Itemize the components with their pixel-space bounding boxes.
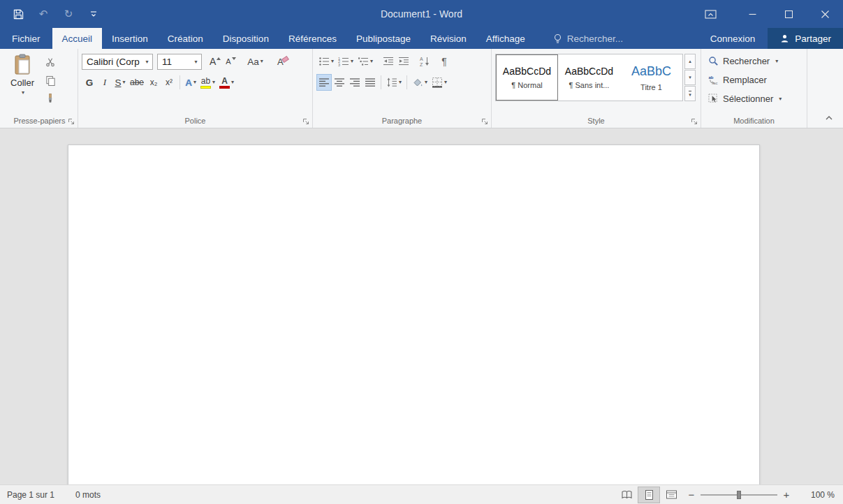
bullets-button[interactable]: ▾ (316, 53, 336, 70)
underline-button[interactable]: S ▾ (112, 74, 128, 91)
style-gallery-more-button[interactable]: ▾ (684, 86, 696, 101)
shrink-font-button[interactable]: A (223, 53, 238, 70)
text-effects-button[interactable]: A ▾ (183, 74, 198, 91)
grow-font-button[interactable]: A (207, 53, 223, 70)
statusbar-right: − + 100 % (615, 487, 843, 503)
copy-button[interactable] (41, 71, 59, 89)
minimize-button[interactable] (734, 0, 770, 28)
strikethrough-icon: abe (130, 77, 144, 87)
style-preview: AaBbC (631, 64, 671, 79)
highlight-button[interactable]: ab ▾ (198, 74, 217, 91)
line-spacing-icon (386, 77, 397, 88)
superscript-button[interactable]: x² (161, 74, 177, 91)
sign-in-button[interactable]: Connexion (698, 28, 768, 49)
customize-quick-access-button[interactable] (81, 0, 106, 28)
style-titre-1[interactable]: AaBbC Titre 1 (620, 54, 682, 101)
italic-button[interactable]: I (97, 74, 112, 91)
tab-revision[interactable]: Révision (420, 28, 476, 49)
line-spacing-button[interactable]: ▾ (384, 74, 404, 91)
chevron-up-icon (825, 115, 833, 121)
save-button[interactable] (6, 0, 31, 28)
zoom-slider-thumb[interactable] (737, 491, 741, 499)
shading-button[interactable]: ▾ (410, 74, 430, 91)
dropdown-arrow-icon: ▾ (331, 59, 334, 64)
ribbon-display-options-button[interactable] (696, 0, 724, 28)
styles-dialog-launcher[interactable] (689, 117, 698, 126)
clipboard-dialog-launcher[interactable] (66, 117, 75, 126)
zoom-level[interactable]: 100 % (801, 490, 835, 500)
change-case-button[interactable]: Aa ▾ (245, 53, 265, 70)
paragraph-dialog-launcher[interactable] (480, 117, 489, 126)
maximize-button[interactable] (770, 0, 807, 28)
tell-me-box[interactable]: Rechercher... (553, 28, 623, 49)
scroll-up-icon: ▴ (689, 59, 691, 64)
show-hide-marks-button[interactable]: ¶ (437, 53, 452, 70)
borders-button[interactable]: ▾ (430, 74, 449, 91)
font-name-combo[interactable]: Calibri (Corp ▾ (82, 54, 153, 70)
paste-button[interactable]: Coller ▾ (5, 52, 40, 115)
strikethrough-button[interactable]: abe (128, 74, 146, 91)
style-gallery-down-button[interactable]: ▾ (684, 70, 696, 85)
increase-indent-button[interactable] (396, 53, 411, 70)
tab-creation[interactable]: Création (158, 28, 213, 49)
redo-button[interactable]: ↻ (56, 0, 81, 28)
bold-button[interactable]: G (82, 74, 97, 91)
group-editing: Rechercher ▾ abac Remplacer Sélectionner… (701, 49, 807, 128)
undo-button[interactable]: ↶ (31, 0, 56, 28)
paragraph-group-label: Paragraphe (313, 115, 491, 126)
print-layout-icon (644, 489, 654, 501)
numbering-button[interactable]: 123 ▾ (336, 53, 355, 70)
style-gallery-up-button[interactable]: ▴ (684, 54, 696, 69)
replace-button[interactable]: abac Remplacer (705, 71, 770, 89)
style-sans-interligne[interactable]: AaBbCcDd ¶ Sans int... (558, 54, 620, 101)
align-center-button[interactable] (332, 74, 347, 91)
tab-disposition[interactable]: Disposition (213, 28, 279, 49)
share-button[interactable]: Partager (768, 28, 843, 49)
dropdown-arrow-icon[interactable]: ▾ (142, 59, 152, 65)
find-button[interactable]: Rechercher ▾ (705, 52, 782, 70)
page-indicator[interactable]: Page 1 sur 1 (7, 490, 54, 500)
dialog-launcher-icon (691, 118, 698, 125)
print-layout-button[interactable] (638, 487, 660, 503)
font-size-combo[interactable]: 11 ▾ (157, 54, 202, 70)
tab-fichier[interactable]: Fichier (0, 28, 52, 49)
close-button[interactable] (807, 0, 843, 28)
multilevel-list-button[interactable]: ▾ (355, 53, 375, 70)
lightbulb-icon (553, 34, 562, 44)
collapse-ribbon-button[interactable] (822, 112, 836, 124)
clear-formatting-button[interactable]: A (275, 53, 291, 70)
font-name-value: Calibri (Corp (87, 57, 140, 67)
zoom-slider[interactable] (701, 487, 777, 503)
svg-text:Z: Z (420, 62, 423, 67)
tab-insertion[interactable]: Insertion (102, 28, 158, 49)
dropdown-arrow-icon[interactable]: ▾ (191, 59, 201, 65)
subscript-button[interactable]: x₂ (146, 74, 161, 91)
tab-references[interactable]: Références (279, 28, 346, 49)
font-color-button[interactable]: A ▾ (217, 74, 236, 91)
tell-me-placeholder: Rechercher... (567, 34, 623, 44)
document-page[interactable] (68, 144, 760, 484)
decrease-indent-button[interactable] (381, 53, 396, 70)
align-center-icon (334, 77, 345, 88)
zoom-out-button[interactable]: − (682, 487, 701, 503)
tab-affichage[interactable]: Affichage (476, 28, 535, 49)
sort-button[interactable]: AZ (417, 53, 432, 70)
document-area[interactable] (0, 128, 843, 484)
select-button[interactable]: Sélectionner ▾ (705, 90, 785, 108)
font-dialog-launcher[interactable] (301, 117, 310, 126)
zoom-in-button[interactable]: + (777, 487, 796, 503)
cut-button[interactable] (41, 53, 59, 71)
align-left-button[interactable] (316, 74, 332, 91)
format-painter-button[interactable] (41, 89, 59, 108)
web-layout-button[interactable] (660, 487, 682, 503)
tab-publipostage[interactable]: Publipostage (346, 28, 420, 49)
word-count[interactable]: 0 mots (75, 490, 101, 500)
dialog-launcher-icon (302, 118, 309, 125)
justify-button[interactable] (362, 74, 378, 91)
style-normal[interactable]: AaBbCcDd ¶ Normal (496, 54, 558, 101)
paintbrush-icon (45, 94, 55, 103)
tab-accueil[interactable]: Accueil (52, 28, 103, 49)
read-mode-button[interactable] (615, 487, 638, 503)
font-size-value: 11 (162, 57, 172, 67)
align-right-button[interactable] (347, 74, 362, 91)
